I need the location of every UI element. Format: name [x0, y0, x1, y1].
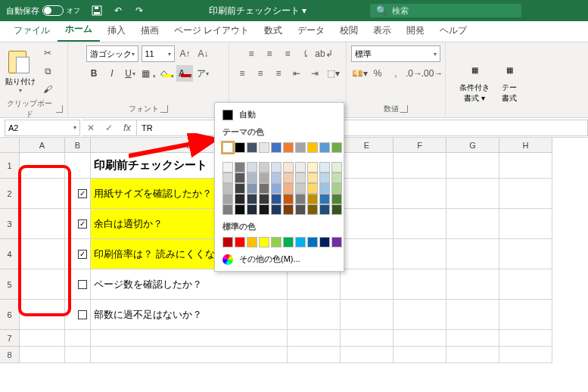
more-colors[interactable]: その他の色(M)...	[215, 250, 344, 268]
color-swatch[interactable]	[331, 142, 342, 153]
decrease-indent-icon[interactable]: ⇤	[288, 65, 305, 82]
color-swatch[interactable]	[319, 173, 330, 183]
color-swatch[interactable]	[295, 204, 306, 215]
dialog-launcher-icon[interactable]	[56, 105, 63, 113]
select-all-corner[interactable]	[0, 138, 20, 153]
autosave-toggle[interactable]: 自動保存 オフ	[6, 5, 80, 17]
conditional-formatting-button[interactable]: ▦ 条件付き 書式 ▾	[458, 58, 491, 104]
row-header[interactable]: 5	[0, 269, 20, 300]
cell[interactable]	[446, 269, 499, 300]
cell[interactable]	[446, 153, 499, 179]
color-swatch[interactable]	[295, 194, 306, 204]
tab-home[interactable]: ホーム	[58, 18, 100, 42]
color-swatch[interactable]	[271, 194, 282, 204]
dialog-launcher-icon[interactable]	[400, 105, 408, 113]
color-swatch[interactable]	[319, 194, 330, 204]
color-swatch[interactable]	[235, 173, 245, 183]
color-swatch[interactable]	[222, 204, 233, 215]
col-header[interactable]: G	[446, 138, 499, 153]
checkbox[interactable]: ✓	[78, 219, 87, 229]
color-swatch[interactable]	[319, 237, 330, 247]
row-header[interactable]: 1	[0, 153, 20, 179]
tab-file[interactable]: ファイル	[6, 20, 58, 42]
cell[interactable]	[20, 330, 65, 347]
color-swatch[interactable]	[247, 162, 257, 173]
cell[interactable]	[394, 209, 446, 239]
color-swatch[interactable]	[319, 204, 330, 215]
color-swatch[interactable]	[319, 162, 330, 173]
color-swatch[interactable]	[295, 237, 306, 247]
cell[interactable]	[499, 153, 552, 179]
color-swatch[interactable]	[283, 162, 294, 173]
cell[interactable]: ✓	[65, 239, 91, 269]
cell[interactable]: ✓	[65, 209, 91, 239]
cell[interactable]	[20, 239, 65, 269]
cell[interactable]	[394, 239, 446, 269]
color-swatch[interactable]	[259, 162, 269, 173]
tab-view[interactable]: 表示	[366, 20, 399, 42]
color-swatch[interactable]	[307, 142, 318, 153]
color-swatch[interactable]	[283, 194, 294, 204]
cell[interactable]	[341, 153, 394, 179]
color-swatch[interactable]	[283, 142, 294, 153]
cell[interactable]	[394, 179, 446, 209]
cell[interactable]	[446, 300, 499, 330]
cell[interactable]	[20, 300, 65, 330]
cell[interactable]	[499, 347, 552, 363]
cell[interactable]	[499, 209, 552, 239]
color-swatch[interactable]	[271, 173, 282, 183]
color-swatch[interactable]	[247, 173, 257, 183]
undo-icon[interactable]: ↶	[112, 5, 124, 17]
row-header[interactable]: 3	[0, 209, 20, 239]
color-swatch[interactable]	[271, 237, 282, 247]
save-icon[interactable]	[91, 5, 103, 17]
color-swatch[interactable]	[222, 183, 233, 194]
search-input[interactable]	[392, 6, 515, 15]
cell[interactable]	[91, 330, 288, 347]
cell[interactable]	[341, 269, 394, 300]
color-swatch[interactable]	[259, 237, 269, 247]
cell[interactable]	[288, 269, 341, 300]
tab-page-layout[interactable]: ページ レイアウト	[166, 20, 257, 42]
color-swatch[interactable]	[247, 142, 257, 153]
cell[interactable]	[20, 209, 65, 239]
color-swatch[interactable]	[259, 173, 269, 183]
align-bottom-icon[interactable]: ≡	[279, 45, 296, 62]
cell[interactable]	[20, 347, 65, 363]
color-swatch[interactable]	[259, 194, 269, 204]
formula-input[interactable]: TR	[137, 120, 588, 136]
cell[interactable]	[446, 209, 499, 239]
underline-button[interactable]: U▾	[122, 65, 138, 82]
color-swatch[interactable]	[235, 183, 245, 194]
color-swatch[interactable]	[235, 204, 245, 215]
color-swatch[interactable]	[307, 194, 318, 204]
cell[interactable]	[446, 330, 499, 347]
paste-button[interactable]: 貼り付け ▾	[5, 49, 36, 94]
color-swatch[interactable]	[331, 237, 342, 247]
checkbox[interactable]	[78, 280, 87, 289]
cell[interactable]	[341, 179, 394, 209]
accounting-format-icon[interactable]: 💴▾	[351, 65, 368, 82]
cancel-icon[interactable]: ✕	[82, 120, 100, 135]
align-right-icon[interactable]: ≡	[270, 65, 287, 82]
color-swatch[interactable]	[283, 173, 294, 183]
cell[interactable]	[446, 239, 499, 269]
color-swatch[interactable]	[319, 183, 330, 194]
cell[interactable]	[341, 239, 394, 269]
color-swatch[interactable]	[295, 173, 306, 183]
align-left-icon[interactable]: ≡	[234, 65, 250, 82]
tab-draw[interactable]: 描画	[133, 20, 166, 42]
document-title[interactable]: 印刷前チェックシート ▾	[145, 5, 370, 17]
number-format-selector[interactable]: 標準▾	[351, 45, 440, 62]
cell[interactable]	[65, 153, 91, 179]
checkbox[interactable]	[78, 310, 87, 319]
color-swatch[interactable]	[331, 183, 342, 194]
font-size-selector[interactable]: 11▾	[142, 45, 175, 62]
color-swatch[interactable]	[247, 237, 257, 247]
font-name-selector[interactable]: 游ゴシック▾	[86, 45, 138, 62]
color-swatch[interactable]	[259, 142, 269, 153]
redo-icon[interactable]: ↷	[133, 5, 145, 17]
cell[interactable]: ✓	[65, 179, 91, 209]
cell[interactable]	[341, 300, 394, 330]
decrease-font-icon[interactable]: A↓	[196, 45, 211, 62]
